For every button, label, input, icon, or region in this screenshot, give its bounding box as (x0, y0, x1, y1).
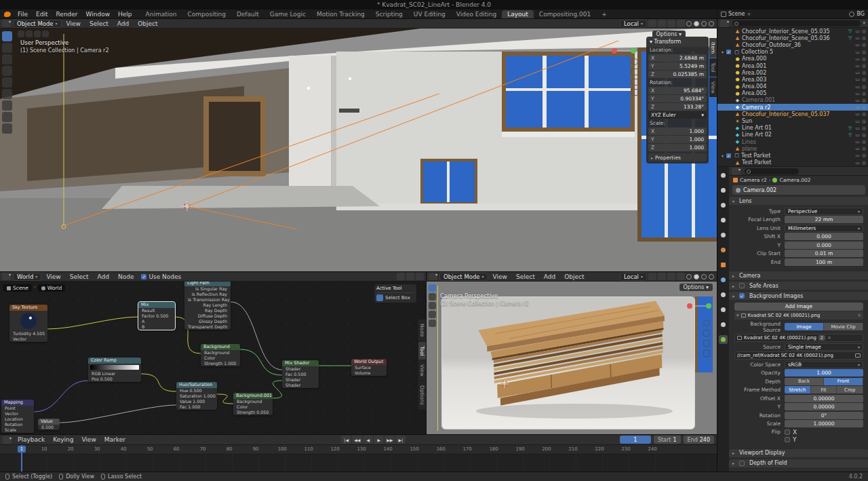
hide-viewport-icon[interactable]: ▭ (855, 111, 860, 117)
panel-checkbox-background-images[interactable]: ✓ (739, 293, 745, 299)
context-path-scene[interactable]: Scene (3, 284, 32, 292)
blender-logo-icon[interactable] (4, 12, 11, 17)
node-socket[interactable]: Turbidity 4.505 (9, 331, 47, 336)
cursor-tool[interactable] (2, 43, 12, 53)
node-socket[interactable]: Strength 1.000 (201, 361, 240, 366)
vp-cam-shading-mode-1[interactable] (694, 274, 699, 280)
hide-render-icon[interactable]: ◎ (862, 50, 866, 55)
scale-x[interactable]: X1.000 (648, 128, 707, 135)
properties-tab-output[interactable] (719, 201, 728, 210)
outliner-search-input[interactable] (732, 20, 861, 26)
hide-viewport-icon[interactable]: ▭ (855, 132, 860, 138)
rotation-y[interactable]: Y0.90334° (648, 95, 707, 102)
hide-viewport-icon[interactable]: ▭ (855, 104, 860, 110)
panel-header-safe-areas[interactable]: ▸Safe Areas (729, 281, 868, 290)
shader-snap-magnet-icon[interactable] (406, 273, 414, 280)
properties-editor[interactable]: Camera r2 › Camera.002 Camera.002 ▾LensT… (717, 166, 868, 472)
toggle-option-image[interactable]: Image (785, 323, 824, 330)
context-path-world[interactable]: World (38, 284, 66, 292)
node-socket[interactable]: Shader (282, 383, 319, 388)
rotation-z[interactable]: Z133.28° (648, 103, 707, 111)
add-image-button[interactable]: Add Image (734, 303, 863, 311)
vp-main-shading-mode-1[interactable] (694, 21, 699, 26)
timeline-ruler[interactable]: 1020304050607080901001101201301401501601… (0, 445, 717, 455)
scale-tool[interactable] (2, 77, 12, 88)
outliner-row-line-art-01[interactable]: ◆Line Art 01▽▭◎ (717, 125, 868, 132)
vp-cam-orientation-selector[interactable]: Local▾ (620, 273, 647, 281)
hide-render-icon[interactable]: ◎ (862, 77, 866, 82)
outliner-row-chocofur-interior-scene-05-036[interactable]: ▲Chocofur_Interior_Scene_05.036▽▭◎ (717, 35, 868, 41)
node-background[interactable]: BackgroundBackgroundColorStrength 1.000 (201, 344, 240, 366)
workspace-tab-animation[interactable]: Animation (140, 10, 182, 18)
prop-dropdown-source[interactable]: Single Image▾ (785, 343, 863, 351)
node-socket[interactable]: Background (201, 350, 240, 355)
panel-checkbox-depth-of-field[interactable] (739, 461, 745, 466)
vp-cam-menu-add[interactable]: Add (540, 273, 559, 280)
outliner-row-camera-r2[interactable]: ◆Camera r2▭◎ (717, 104, 868, 111)
node-socket[interactable]: Is Reflection Ray (184, 292, 231, 297)
scene-unlink-icon[interactable]: × (747, 12, 751, 17)
pan-hand-icon[interactable] (631, 69, 638, 75)
timeline-track[interactable] (0, 455, 717, 472)
hide-render-icon[interactable]: ◎ (862, 111, 866, 117)
user-count-badge[interactable]: 2 (818, 335, 825, 341)
hide-viewport-icon[interactable]: ▭ (855, 153, 860, 158)
properties-tab-constraints[interactable] (719, 320, 728, 329)
npanel-tab-item[interactable]: Item (709, 38, 717, 58)
node-socket[interactable]: A (138, 319, 175, 324)
outliner-row-plane[interactable]: ▲plane▭◎ (717, 145, 868, 152)
hide-viewport-icon[interactable]: ▭ (855, 91, 860, 96)
workspace-tab-default[interactable]: Default (231, 10, 264, 18)
hide-render-icon[interactable]: ◎ (862, 104, 866, 110)
3d-viewport-main[interactable]: Object Mode▾ViewSelectAddObjectLocal▾ (0, 19, 717, 271)
checkbox-y[interactable] (785, 437, 790, 442)
jump-to-end-button[interactable]: ▶| (395, 436, 406, 444)
color-ramp-gradient[interactable] (90, 365, 139, 370)
menu-file[interactable]: File (14, 9, 32, 18)
vp-cam-shading-mode-2[interactable] (701, 274, 707, 280)
node-socket[interactable]: Color (233, 404, 273, 410)
node-socket[interactable]: Hue 0.500 (176, 388, 217, 393)
shader-menu-view[interactable]: View (42, 273, 64, 280)
node-socket[interactable]: Fac 1.000 (176, 404, 217, 410)
shader-tab-tool[interactable]: Tool (418, 342, 426, 360)
vp-cam-menu-select[interactable]: Select (512, 273, 539, 280)
vp-main-mode-selector[interactable]: Object Mode▾ (13, 20, 62, 28)
hide-render-icon[interactable]: ◎ (862, 153, 866, 158)
expand-arrow-icon[interactable]: ▾ (722, 50, 726, 54)
tool-overlay-icon[interactable] (42, 31, 49, 37)
workspace-tab-compositing-001[interactable]: Compositing.001 (534, 10, 596, 18)
frame-end-field[interactable]: End240 (684, 436, 714, 444)
image-filepath-field[interactable]: //cam_ref/Kvadrat SC 02 4K (00021).png (734, 351, 863, 360)
transform-panel-header[interactable]: ▾ Transform (648, 38, 707, 46)
vp-cam-xray-icon[interactable] (677, 273, 685, 280)
node-socket[interactable]: Point (1, 406, 34, 411)
vp-main-editor-type-icon[interactable] (2, 20, 11, 27)
properties-tab-render[interactable] (719, 186, 728, 195)
menu-edit[interactable]: Edit (32, 9, 52, 18)
checkbox-x[interactable] (785, 429, 790, 435)
hide-render-icon[interactable]: ◎ (862, 28, 866, 34)
node-socket[interactable]: Factor 0.500 (138, 313, 175, 319)
prev-keyframe-button[interactable]: ◀◀ (352, 436, 362, 444)
node-socket[interactable]: Fac 0.500 (282, 372, 319, 377)
shader-editor[interactable]: World▾ViewSelectAddNode✓Use Nodes Sky Te… (0, 271, 426, 434)
vp-main-menu-add[interactable]: Add (113, 20, 133, 27)
node-color-ramp[interactable]: Color RampRGB LinearPos 0.500 (88, 358, 141, 382)
collection-checkbox[interactable]: ✓ (726, 153, 731, 158)
shader-editor-type-icon[interactable] (2, 273, 11, 280)
current-frame-field[interactable]: 1 (620, 436, 651, 444)
use-nodes-checkbox[interactable]: ✓ (141, 274, 146, 280)
node-socket[interactable]: Vector (9, 336, 47, 342)
tool-gizmo-icon[interactable] (34, 31, 41, 37)
node-socket[interactable]: Color (201, 355, 240, 361)
workspace-tab-compositing[interactable]: Compositing (182, 10, 231, 18)
toggle-option-fit[interactable]: Fit (811, 386, 837, 393)
next-keyframe-button[interactable]: ▶▶ (384, 436, 395, 444)
3d-viewport-camera[interactable]: Object Mode▾ViewSelectAddObjectLocal▾ (426, 271, 717, 434)
playhead-marker[interactable]: 1 (18, 446, 26, 453)
node-socket[interactable]: Volume (351, 370, 387, 376)
move-tool[interactable] (2, 54, 12, 64)
prop-field-end[interactable]: 100 m (785, 258, 863, 266)
node-socket[interactable]: Transparent Depth (184, 324, 231, 330)
